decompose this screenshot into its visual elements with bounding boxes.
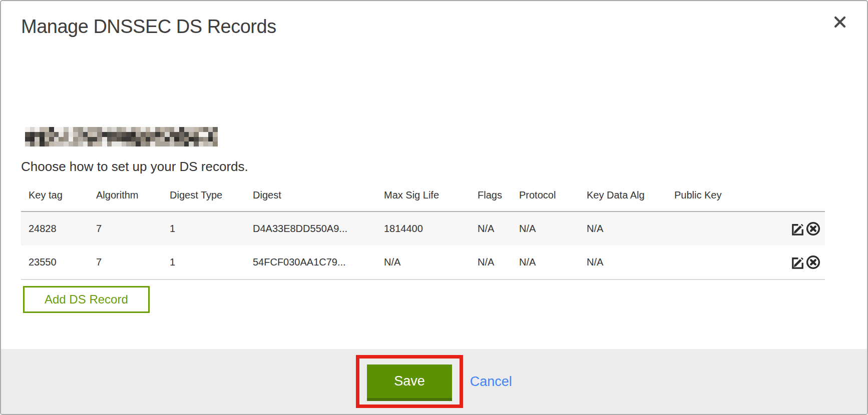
dialog-footer: Save Cancel — [1, 349, 867, 414]
dialog-title: Manage DNSSEC DS Records — [21, 16, 276, 38]
cell-flags: N/A — [470, 212, 512, 246]
ds-records-table: Key tag Algorithm Digest Type Digest Max… — [21, 184, 825, 280]
edit-record-icon[interactable] — [790, 221, 805, 236]
cell-algorithm: 7 — [89, 246, 162, 280]
instruction-text: Choose how to set up your DS records. — [21, 159, 248, 174]
column-header-actions — [767, 184, 825, 212]
column-header-key-tag: Key tag — [21, 184, 89, 212]
delete-record-icon[interactable] — [805, 221, 821, 236]
cell-max-sig-life: N/A — [376, 246, 470, 280]
cell-actions — [767, 246, 825, 280]
column-header-protocol: Protocol — [512, 184, 579, 212]
cell-digest-type: 1 — [162, 246, 245, 280]
table-row: 23550 7 1 54FCF030AA1C79... N/A N/A N/A … — [21, 246, 825, 280]
table-row: 24828 7 1 D4A33E8DD550A9... 1814400 N/A … — [21, 212, 825, 246]
cell-key-data-alg: N/A — [579, 246, 667, 280]
cell-digest: D4A33E8DD550A9... — [245, 212, 376, 246]
cell-public-key — [667, 246, 767, 280]
cancel-link[interactable]: Cancel — [470, 374, 512, 390]
cell-protocol: N/A — [512, 212, 579, 246]
save-button[interactable]: Save — [367, 364, 452, 401]
column-header-public-key: Public Key — [667, 184, 767, 212]
column-header-max-sig-life: Max Sig Life — [376, 184, 470, 212]
cell-flags: N/A — [470, 246, 512, 280]
manage-dnssec-dialog: Manage DNSSEC DS Records Choose how to s… — [0, 0, 868, 415]
column-header-algorithm: Algorithm — [89, 184, 162, 212]
cell-max-sig-life: 1814400 — [376, 212, 470, 246]
column-header-digest: Digest — [245, 184, 376, 212]
cell-protocol: N/A — [512, 246, 579, 280]
add-ds-record-button[interactable]: Add DS Record — [23, 286, 150, 313]
cell-key-tag: 24828 — [21, 212, 89, 246]
cell-key-tag: 23550 — [21, 246, 89, 280]
table-header-row: Key tag Algorithm Digest Type Digest Max… — [21, 184, 825, 212]
cell-digest-type: 1 — [162, 212, 245, 246]
edit-record-icon[interactable] — [790, 254, 805, 270]
cell-public-key — [667, 212, 767, 246]
cell-digest: 54FCF030AA1C79... — [245, 246, 376, 280]
cell-algorithm: 7 — [89, 212, 162, 246]
close-button[interactable] — [831, 13, 849, 31]
column-header-flags: Flags — [470, 184, 512, 212]
close-icon — [833, 16, 846, 28]
redacted-domain-name — [25, 127, 218, 146]
column-header-digest-type: Digest Type — [162, 184, 245, 212]
red-annotation-highlight: Save — [356, 355, 463, 408]
column-header-key-data-alg: Key Data Alg — [579, 184, 667, 212]
cell-key-data-alg: N/A — [579, 212, 667, 246]
cell-actions — [767, 212, 825, 246]
delete-record-icon[interactable] — [805, 254, 821, 270]
